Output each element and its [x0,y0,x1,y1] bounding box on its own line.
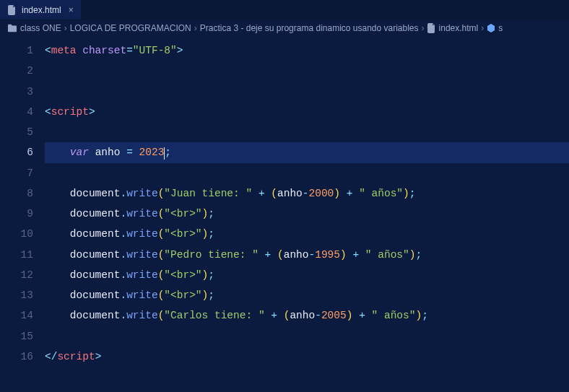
line-number: 2 [0,61,33,81]
code-line[interactable] [45,326,569,347]
breadcrumb-label: index.html [439,23,479,33]
code-line[interactable]: document.write("Juan tiene: " + (anho-20… [45,183,569,204]
code-editor[interactable]: 1 2 3 4 5 6 7 8 9 10 11 12 13 14 15 16 <… [0,36,569,392]
tab-bar: index.html × [0,0,569,20]
tab-label: index.html [22,5,61,15]
code-line[interactable]: document.write("<br>"); [45,265,569,285]
line-number: 5 [0,122,33,142]
line-number: 3 [0,82,33,102]
code-line[interactable] [45,122,569,142]
line-number: 6 [0,142,33,162]
code-line[interactable]: document.write("Carlos tiene: " + (anho-… [45,305,569,326]
breadcrumb-label: class ONE [20,23,61,33]
chevron-right-icon: › [64,23,67,33]
symbol-icon [487,24,495,32]
breadcrumb-item[interactable]: s [487,23,503,33]
line-number: 12 [0,265,33,285]
line-number: 15 [0,326,33,347]
chevron-right-icon: › [481,23,484,33]
breadcrumb: class ONE › LOGICA DE PROGRAMACION › Pra… [0,20,569,36]
file-icon [7,5,17,15]
folder-icon [7,24,17,32]
breadcrumb-label: Practica 3 - deje su programa dinamico u… [200,23,419,33]
line-number: 4 [0,102,33,122]
code-area[interactable]: <meta charset="UTF-8"> <script> var anho… [45,36,569,392]
line-number: 13 [0,285,33,305]
chevron-right-icon: › [422,23,425,33]
code-line[interactable]: </script> [45,347,569,367]
code-line[interactable] [45,82,569,102]
code-line[interactable]: <meta charset="UTF-8"> [45,40,569,61]
breadcrumb-label: s [498,23,503,33]
code-line[interactable]: document.write("<br>"); [45,224,569,244]
close-icon[interactable]: × [69,5,74,15]
code-line[interactable] [45,163,569,183]
code-line[interactable] [45,61,569,81]
code-line[interactable]: document.write("<br>"); [45,285,569,305]
breadcrumb-label: LOGICA DE PROGRAMACION [70,23,191,33]
line-number: 1 [0,40,33,61]
line-number: 7 [0,163,33,183]
code-line[interactable]: <script> [45,102,569,122]
breadcrumb-item[interactable]: index.html [427,23,479,33]
breadcrumb-item[interactable]: class ONE [7,23,61,33]
code-line[interactable]: var anho = 2023; [45,142,569,162]
line-number: 16 [0,347,33,367]
breadcrumb-item[interactable]: Practica 3 - deje su programa dinamico u… [200,23,419,33]
code-line[interactable]: document.write("<br>"); [45,204,569,224]
chevron-right-icon: › [194,23,197,33]
line-number: 10 [0,224,33,244]
tab-index-html[interactable]: index.html × [0,0,82,19]
file-icon [427,23,436,33]
text-cursor [164,147,165,160]
line-number: 9 [0,204,33,224]
line-number: 11 [0,245,33,265]
line-number: 14 [0,305,33,326]
line-number-gutter: 1 2 3 4 5 6 7 8 9 10 11 12 13 14 15 16 [0,36,45,392]
line-number: 8 [0,183,33,204]
breadcrumb-item[interactable]: LOGICA DE PROGRAMACION [70,23,191,33]
code-line[interactable]: document.write("Pedro tiene: " + (anho-1… [45,245,569,265]
